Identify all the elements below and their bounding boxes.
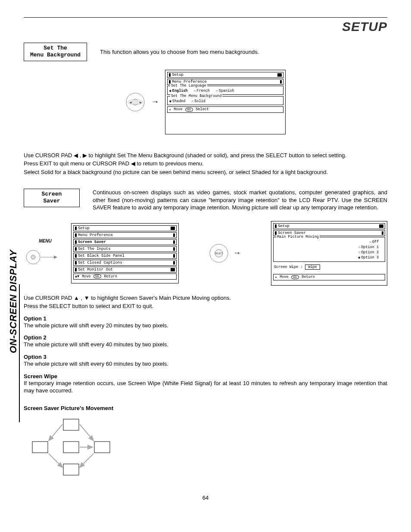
select-button-icon: SEL xyxy=(185,108,193,112)
saver-option3[interactable]: Option 3 xyxy=(358,255,379,260)
osd-screen-saver: Setup Screen Saver Main Picture Moving O… xyxy=(271,221,387,286)
osd-setup-list: Setup Menu Preference Screen Saver Set T… xyxy=(71,223,179,283)
option1-text: The whole picture will shift every 20 mi… xyxy=(24,322,387,330)
svg-marker-7 xyxy=(54,255,57,259)
saver-option1[interactable]: Option 1 xyxy=(358,245,379,249)
sidebar-label: ON-SCREEN DISPLAY xyxy=(8,250,19,353)
movement-heading: Screen Saver Picture's Movement xyxy=(24,405,387,411)
page-title: SETUP xyxy=(24,19,387,34)
svg-text:SELECT: SELECT xyxy=(215,252,223,255)
svg-rect-11 xyxy=(63,419,79,430)
svg-line-20 xyxy=(80,454,93,467)
svg-point-6 xyxy=(31,255,35,259)
option2-text: The whole picture will shift every 40 mi… xyxy=(24,341,387,348)
option3-heading: Option 3 xyxy=(24,354,387,360)
section-box-screen-saver: Screen Saver xyxy=(24,189,80,207)
move-indicator-icon: ✦ xyxy=(169,107,171,112)
intro-text-1: This function allows you to choose from … xyxy=(100,49,259,55)
wipe-button[interactable]: Wipe xyxy=(305,264,320,270)
svg-line-17 xyxy=(80,424,93,441)
svg-line-16 xyxy=(49,424,62,441)
option3-text: The whole picture will shift every 60 mi… xyxy=(24,360,387,368)
screenwipe-text: If temporary image retention occurs, use… xyxy=(24,380,387,395)
cursor-pad-icon: ◀ ▶ xyxy=(125,92,145,112)
menu-remote-icon xyxy=(24,243,67,267)
screenwipe-heading: Screen Wipe xyxy=(24,373,387,380)
instruction-1b: Press EXIT to quit menu or CURSOR PAD ◀ … xyxy=(24,160,387,168)
saver-option2[interactable]: Option 2 xyxy=(358,250,379,255)
option1-heading: Option 1 xyxy=(24,315,387,322)
osd-menu-preference: Setup Menu Preference Set The Language E… xyxy=(165,70,286,134)
lang-spanish[interactable]: Spanish xyxy=(216,89,234,93)
instruction-2b: Press the SELECT button to select and EX… xyxy=(24,302,387,310)
svg-rect-12 xyxy=(32,442,48,453)
instruction-2a: Use CURSOR PAD ▲ , ▼ to highlight Screen… xyxy=(24,294,387,302)
movement-diagram xyxy=(24,416,118,480)
arrow-icon: → xyxy=(233,249,241,258)
menu-button-label: MENU xyxy=(24,239,67,243)
svg-rect-13 xyxy=(63,442,79,453)
saver-off[interactable]: Off xyxy=(369,240,379,244)
lang-english[interactable]: English xyxy=(169,89,188,93)
page-number: 64 xyxy=(24,495,387,501)
svg-rect-14 xyxy=(94,442,110,453)
arrow-icon: → xyxy=(151,97,159,106)
instruction-1c: Select Solid for a black background (no … xyxy=(24,168,387,176)
bg-shaded[interactable]: Shaded xyxy=(169,99,185,103)
select-remote-icon: SELECT xyxy=(209,243,229,263)
svg-line-19 xyxy=(49,454,62,467)
section-box-menu-background: Set The Menu Background xyxy=(24,43,87,61)
svg-rect-15 xyxy=(63,464,79,475)
bg-solid[interactable]: Solid xyxy=(191,99,205,103)
lang-french[interactable]: French xyxy=(194,89,210,93)
intro-text-2: Continuous on-screen displays such as vi… xyxy=(93,189,387,212)
option2-heading: Option 2 xyxy=(24,334,387,341)
instruction-1a: Use CURSOR PAD ◀ , ▶ to highlight Set Th… xyxy=(24,152,387,159)
